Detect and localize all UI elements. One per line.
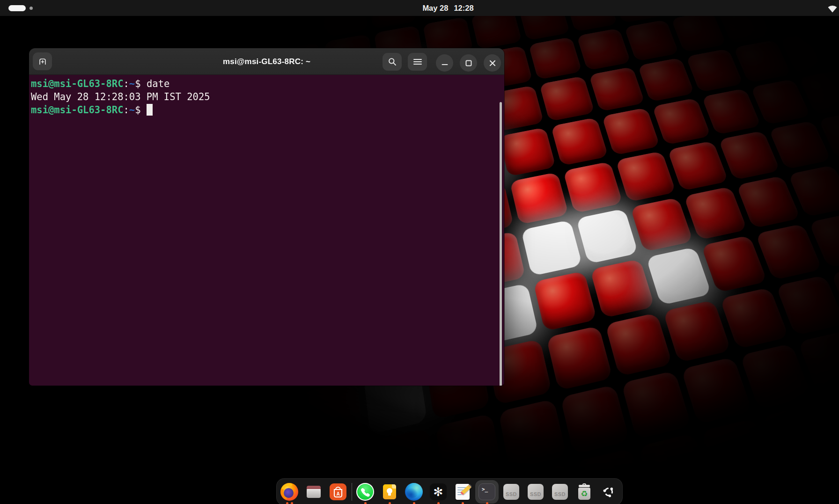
wallpaper-tile xyxy=(671,11,727,52)
wallpaper-tile xyxy=(701,88,761,135)
maximize-icon xyxy=(465,59,472,67)
wallpaper-tile xyxy=(639,433,713,504)
terminal-window: msi@msi-GL63-8RC: ~ xyxy=(29,48,504,386)
wallpaper-tile xyxy=(652,98,711,145)
window-titlebar[interactable]: msi@msi-GL63-8RC: ~ xyxy=(29,48,504,75)
wallpaper-tile xyxy=(624,20,679,61)
wallpaper-tile xyxy=(700,418,775,491)
dock-item-firefox[interactable] xyxy=(277,479,302,504)
wallpaper-tile xyxy=(740,343,812,410)
prompt-path: ~ xyxy=(129,104,135,116)
workspace-dot[interactable] xyxy=(29,7,33,10)
running-indicator xyxy=(450,502,475,504)
dock-item-terminal[interactable]: >_ xyxy=(475,479,499,504)
wallpaper-tile xyxy=(576,28,631,71)
running-indicator xyxy=(402,502,426,504)
wallpaper-tile xyxy=(499,127,556,176)
activities-pill[interactable] xyxy=(8,5,26,11)
clock-time: 12:28 xyxy=(454,4,473,13)
ssd-icon: SSD xyxy=(503,484,519,500)
dock-item-edge[interactable] xyxy=(402,479,426,504)
close-button[interactable] xyxy=(484,54,501,72)
terminal-content[interactable]: msi@msi-GL63-8RC:~$date Wed May 28 12:28… xyxy=(29,75,504,386)
wallpaper-tile xyxy=(533,271,597,331)
dock-item-text-editor[interactable] xyxy=(450,479,475,504)
dock-item-files[interactable] xyxy=(302,479,326,504)
ssd-icon: SSD xyxy=(552,484,568,500)
wallpaper-tile xyxy=(605,313,672,376)
chatgpt-icon: ✻ xyxy=(430,483,447,500)
minimize-icon xyxy=(441,59,449,67)
wallpaper-tile xyxy=(589,66,645,111)
terminal-icon: >_ xyxy=(478,483,495,500)
dock-item-ssd[interactable]: SSD xyxy=(548,479,572,504)
wallpaper-tile xyxy=(602,108,660,155)
terminal-line-output: Wed May 28 12:28:03 PM IST 2025 xyxy=(31,90,500,103)
wallpaper-tile xyxy=(237,394,298,465)
wallpaper-tile xyxy=(590,259,655,318)
wallpaper-tile xyxy=(736,175,801,228)
close-icon xyxy=(489,59,496,67)
terminal-line-prompt: msi@msi-GL63-8RC:~$ xyxy=(31,103,500,117)
clock-date: May 28 xyxy=(422,4,448,13)
wallpaper-tile xyxy=(498,399,567,470)
wallpaper-tile xyxy=(733,40,791,83)
dock-item-ssd[interactable]: SSD xyxy=(523,479,548,504)
search-button[interactable] xyxy=(383,53,402,71)
dock-item-whatsapp[interactable] xyxy=(353,479,377,504)
wallpaper-tile xyxy=(776,275,839,336)
wallpaper-tile xyxy=(667,141,729,191)
prompt-user: msi@msi-GL63-8RC xyxy=(31,78,123,89)
prompt-user: msi@msi-GL63-8RC xyxy=(31,104,123,116)
wallpaper-tile xyxy=(630,197,693,252)
wallpaper-tile xyxy=(663,300,731,363)
wallpaper-tile xyxy=(684,186,747,240)
wallpaper-tile xyxy=(560,385,630,455)
minimize-button[interactable] xyxy=(436,54,453,72)
wallpaper-tile xyxy=(529,37,582,80)
wallpaper-tile xyxy=(435,413,503,486)
terminal-line-command: msi@msi-GL63-8RC:~$date xyxy=(31,77,500,90)
wallpaper-tile xyxy=(301,380,363,450)
wallpaper-tile xyxy=(521,220,582,276)
maximize-button[interactable] xyxy=(460,54,477,72)
wallpaper-tile xyxy=(638,58,695,102)
dock-item-show-apps[interactable] xyxy=(596,479,621,504)
dock-item-chatgpt[interactable]: ✻ xyxy=(426,479,450,504)
clock[interactable]: May 28 12:28 xyxy=(408,0,488,16)
wallpaper-tile xyxy=(616,151,677,202)
typed-command: date xyxy=(147,78,169,89)
hamburger-icon xyxy=(413,58,422,66)
dock-item-app-center[interactable]: A xyxy=(326,479,350,504)
ssd-icon: SSD xyxy=(528,484,544,500)
running-indicator xyxy=(277,502,302,504)
dock-item-ssd[interactable]: SSD xyxy=(499,479,523,504)
wifi-icon[interactable] xyxy=(827,3,838,13)
terminal-scrollbar[interactable] xyxy=(500,102,502,386)
wallpaper-tile xyxy=(751,79,811,125)
running-indicator xyxy=(426,502,450,504)
dock-item-keep[interactable] xyxy=(377,479,402,504)
running-indicator xyxy=(353,502,377,504)
wallpaper-tile xyxy=(681,357,752,424)
wallpaper-tile xyxy=(509,172,568,225)
running-indicator xyxy=(475,502,499,504)
svg-text:A: A xyxy=(336,491,339,497)
dock: A✻>_SSDSSDSSD♻ xyxy=(276,478,623,504)
wallpaper-tile xyxy=(576,208,638,264)
terminal-cursor xyxy=(147,104,153,116)
menu-button[interactable] xyxy=(408,53,427,71)
wallpaper-tile xyxy=(785,468,839,504)
wallpaper-tile xyxy=(686,49,743,93)
app-center-icon: A xyxy=(329,483,347,501)
search-icon xyxy=(388,57,397,66)
wallpaper-tile xyxy=(718,131,780,180)
wallpaper-tile xyxy=(720,287,789,349)
dock-item-trash[interactable]: ♻ xyxy=(572,479,596,504)
window-title: msi@msi-GL63-8RC: ~ xyxy=(29,48,504,75)
wallpaper-tile xyxy=(646,247,712,305)
wallpaper-tile xyxy=(563,161,623,213)
top-bar: May 28 12:28 xyxy=(0,0,839,16)
running-indicator xyxy=(377,502,402,504)
wallpaper-tile xyxy=(621,371,692,439)
